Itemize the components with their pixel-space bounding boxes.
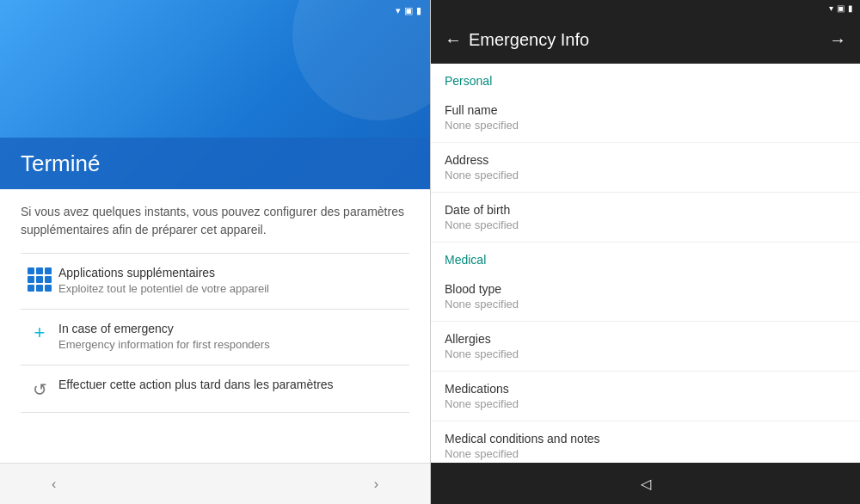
left-footer: ‹ › <box>0 463 430 504</box>
personal-section-header: Personal <box>431 64 860 93</box>
emergency-menu-text: In case of emergency Emergency informati… <box>58 322 409 353</box>
back-button[interactable]: ‹ <box>52 476 56 492</box>
right-footer: ◁ <box>431 463 860 504</box>
home-button[interactable]: ◁ <box>641 476 651 492</box>
medical-conditions-row[interactable]: Medical conditions and notes None specif… <box>431 421 860 463</box>
apps-menu-text: Applications supplémentaires Exploitez t… <box>58 266 409 297</box>
forward-button[interactable]: › <box>374 476 378 492</box>
address-label: Address <box>445 153 846 167</box>
plus-icon: + <box>34 323 46 342</box>
emergency-title: In case of emergency <box>58 322 409 335</box>
redo-icon: ↺ <box>33 379 47 400</box>
blood-type-row[interactable]: Blood type None specified <box>431 272 860 322</box>
medical-conditions-label: Medical conditions and notes <box>445 432 846 446</box>
right-header: ← Emergency Info → <box>431 15 860 64</box>
grid-icon <box>28 267 52 292</box>
medications-value: None specified <box>445 397 846 410</box>
apps-title: Applications supplémentaires <box>58 266 409 280</box>
right-panel: ▾ ▣ ▮ ← Emergency Info → Personal Full n… <box>430 0 860 504</box>
menu-item-emergency[interactable]: + In case of emergency Emergency informa… <box>21 310 409 365</box>
signal-icon: ▣ <box>404 5 413 16</box>
full-name-row[interactable]: Full name None specified <box>431 93 860 143</box>
medical-conditions-value: None specified <box>445 447 846 460</box>
later-icon-area: ↺ <box>21 378 58 400</box>
medications-label: Medications <box>445 382 846 396</box>
right-signal-icon: ▣ <box>837 3 845 13</box>
apps-icon-area <box>21 266 58 292</box>
dob-label: Date of birth <box>445 203 846 217</box>
header-title-overlay: Terminé <box>0 138 430 189</box>
emergency-info-title: Emergency Info <box>469 30 829 50</box>
blood-type-value: None specified <box>445 298 846 310</box>
full-name-value: None specified <box>445 119 846 132</box>
later-menu-text: Effectuer cette action plus tard dans le… <box>58 378 409 393</box>
left-header-image: ▾ ▣ ▮ Terminé <box>0 0 430 189</box>
dob-row[interactable]: Date of birth None specified <box>431 193 860 243</box>
dob-value: None specified <box>445 218 846 231</box>
right-status-bar: ▾ ▣ ▮ <box>431 0 860 15</box>
forward-arrow-icon[interactable]: → <box>829 30 846 50</box>
address-value: None specified <box>445 169 846 181</box>
blood-type-label: Blood type <box>445 282 846 296</box>
right-body: Personal Full name None specified Addres… <box>431 64 860 463</box>
left-body: Si vous avez quelques instants, vous pou… <box>0 189 430 463</box>
done-title: Terminé <box>21 151 100 177</box>
wifi-icon: ▾ <box>396 5 401 16</box>
apps-subtitle: Exploitez tout le potentiel de votre app… <box>58 281 409 297</box>
intro-text: Si vous avez quelques instants, vous pou… <box>21 203 409 239</box>
allergies-row[interactable]: Allergies None specified <box>431 322 860 372</box>
medical-section-header: Medical <box>431 243 860 272</box>
medications-row[interactable]: Medications None specified <box>431 372 860 421</box>
divider-bottom <box>21 412 409 413</box>
emergency-icon-area: + <box>21 322 58 342</box>
menu-item-apps[interactable]: Applications supplémentaires Exploitez t… <box>21 254 409 309</box>
full-name-label: Full name <box>445 103 846 117</box>
right-wifi-icon: ▾ <box>829 3 833 13</box>
back-arrow-icon[interactable]: ← <box>445 30 462 50</box>
emergency-subtitle: Emergency information for first responde… <box>58 337 409 353</box>
allergies-value: None specified <box>445 347 846 360</box>
left-panel: ▾ ▣ ▮ Terminé Si vous avez quelques inst… <box>0 0 430 504</box>
later-title: Effectuer cette action plus tard dans le… <box>58 378 409 391</box>
right-battery-icon: ▮ <box>848 3 853 13</box>
battery-icon: ▮ <box>416 5 421 16</box>
menu-item-later[interactable]: ↺ Effectuer cette action plus tard dans … <box>21 366 409 412</box>
address-row[interactable]: Address None specified <box>431 143 860 193</box>
left-status-bar: ▾ ▣ ▮ <box>396 5 421 16</box>
allergies-label: Allergies <box>445 332 846 346</box>
